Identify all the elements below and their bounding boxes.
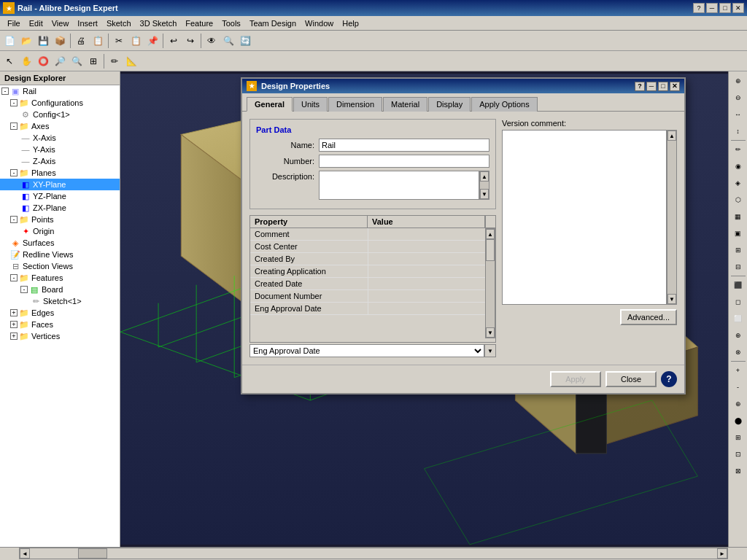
- menu-item-3d-sketch[interactable]: 3D Sketch: [136, 18, 182, 29]
- extrude-btn[interactable]: 📐: [123, 53, 139, 69]
- dialog-maximize-btn[interactable]: □: [658, 82, 668, 91]
- table-row[interactable]: Document Number: [250, 290, 485, 303]
- rt-btn-7[interactable]: ◈: [730, 175, 746, 191]
- rt-btn-18[interactable]: +: [730, 362, 746, 378]
- rt-btn-19[interactable]: -: [730, 379, 746, 395]
- rt-btn-16[interactable]: ⊕: [730, 327, 746, 343]
- tree-item-section[interactable]: ⊟ Section Views: [0, 260, 120, 272]
- rt-btn-17[interactable]: ⊗: [730, 344, 746, 360]
- copy-btn[interactable]: 📋: [128, 33, 144, 49]
- zoom-in-btn[interactable]: 🔎: [52, 53, 68, 69]
- table-row[interactable]: Eng Approval Date: [250, 303, 485, 315]
- help-button[interactable]: ?: [661, 371, 677, 387]
- toggle-faces[interactable]: +: [10, 321, 18, 328]
- tab-apply-options[interactable]: Apply Options: [471, 97, 537, 112]
- number-input[interactable]: [319, 155, 489, 168]
- tab-dimension[interactable]: Dimension: [328, 97, 382, 112]
- minimize-btn[interactable]: ─: [706, 3, 718, 13]
- tree-item-yzplane[interactable]: ◧ YZ-Plane: [0, 190, 120, 202]
- toggle-features[interactable]: -: [10, 274, 18, 281]
- advanced-button[interactable]: Advanced...: [620, 309, 677, 325]
- toggle-edges[interactable]: +: [10, 309, 18, 316]
- scroll-down-btn[interactable]: ▼: [480, 189, 489, 199]
- rt-btn-24[interactable]: ⊠: [730, 463, 746, 479]
- scroll-right-btn[interactable]: ►: [717, 548, 727, 559]
- tree-item-vertices[interactable]: + 📁 Vertices: [0, 330, 120, 342]
- apply-button[interactable]: Apply: [550, 371, 601, 387]
- open-btn[interactable]: 📂: [18, 33, 34, 49]
- tree-item-faces[interactable]: + 📁 Faces: [0, 319, 120, 330]
- toggle-axes[interactable]: -: [10, 122, 18, 130]
- print-btn[interactable]: 🖨: [73, 33, 89, 49]
- tree-item-origin[interactable]: ✦ Origin: [0, 225, 120, 237]
- tree-item-xaxis[interactable]: — X-Axis: [0, 132, 120, 144]
- table-row[interactable]: Creating Application: [250, 265, 485, 278]
- tree-item-sketch1[interactable]: ✏ Sketch<1>: [0, 295, 120, 307]
- dialog-close-btn[interactable]: ✕: [670, 82, 680, 91]
- rt-btn-11[interactable]: ⊞: [730, 242, 746, 258]
- rt-btn-6[interactable]: ◉: [730, 158, 746, 174]
- menu-item-window[interactable]: Window: [301, 18, 338, 29]
- menu-item-team-design[interactable]: Team Design: [245, 18, 301, 29]
- rt-btn-23[interactable]: ⊡: [730, 446, 746, 462]
- menu-item-view[interactable]: View: [47, 18, 74, 29]
- version-scrollbar[interactable]: ▲ ▼: [667, 130, 677, 305]
- save-all-btn[interactable]: 📦: [52, 33, 68, 49]
- menu-item-feature[interactable]: Feature: [181, 18, 217, 29]
- fit-btn[interactable]: ⊞: [85, 53, 101, 69]
- view-btn[interactable]: 👁: [204, 33, 220, 49]
- toggle-board[interactable]: -: [20, 286, 28, 293]
- paste-btn[interactable]: 📌: [144, 33, 160, 49]
- rt-btn-3[interactable]: ↔: [730, 106, 746, 122]
- scroll-left-btn[interactable]: ◄: [20, 548, 30, 559]
- rt-btn-2[interactable]: ⊖: [730, 90, 746, 106]
- rt-btn-4[interactable]: ↕: [730, 123, 746, 139]
- design-properties-dialog[interactable]: ★ Design Properties ? ─ □ ✕ General Unit…: [241, 77, 686, 394]
- menu-item-tools[interactable]: Tools: [217, 18, 245, 29]
- tab-general[interactable]: General: [247, 97, 293, 112]
- tree-item-planes[interactable]: - 📁 Planes: [0, 167, 120, 179]
- pan-btn[interactable]: ✋: [18, 53, 34, 69]
- menu-item-insert[interactable]: Insert: [73, 18, 102, 29]
- tab-material[interactable]: Material: [383, 97, 427, 112]
- scroll-thumb-h[interactable]: [78, 548, 107, 559]
- dialog-minimize-btn[interactable]: ─: [646, 82, 657, 91]
- rt-btn-15[interactable]: ⬜: [730, 311, 746, 327]
- zoom-btn[interactable]: 🔍: [220, 33, 236, 49]
- version-scroll-up[interactable]: ▲: [667, 131, 676, 141]
- tree-item-surfaces[interactable]: ◈ Surfaces: [0, 237, 120, 249]
- table-row[interactable]: Comment: [250, 228, 485, 241]
- cut-btn[interactable]: ✂: [111, 33, 127, 49]
- zoom-out-btn[interactable]: 🔍: [69, 53, 85, 69]
- maximize-btn[interactable]: □: [719, 3, 731, 13]
- pdf-btn[interactable]: 📋: [90, 33, 106, 49]
- select-btn[interactable]: ↖: [1, 53, 18, 69]
- tree-item-configurations[interactable]: - 📁 Configurations: [0, 97, 120, 109]
- tree-item-yaxis[interactable]: — Y-Axis: [0, 144, 120, 155]
- rt-btn-21[interactable]: ⬤: [730, 413, 746, 429]
- rt-btn-12[interactable]: ⊟: [730, 259, 746, 275]
- new-btn[interactable]: 📄: [1, 33, 18, 49]
- tree-item-rail[interactable]: - ▣ Rail: [0, 85, 120, 97]
- close-btn[interactable]: ✕: [732, 3, 744, 13]
- menu-item-sketch[interactable]: Sketch: [102, 18, 136, 29]
- dropdown-btn[interactable]: ▼: [484, 344, 496, 357]
- scroll-up-btn[interactable]: ▲: [480, 171, 489, 182]
- tree-item-config1[interactable]: ⚙ Config<1>: [0, 109, 120, 120]
- tree-item-redline[interactable]: 📝 Redline Views: [0, 249, 120, 260]
- help-btn[interactable]: ?: [693, 3, 705, 13]
- save-btn[interactable]: 💾: [35, 33, 51, 49]
- redo-btn[interactable]: ↪: [182, 33, 198, 49]
- rotate-btn[interactable]: 🔄: [237, 33, 253, 49]
- tree-item-zxplane[interactable]: ◧ ZX-Plane: [0, 202, 120, 214]
- rt-btn-22[interactable]: ⊞: [730, 429, 746, 446]
- rt-btn-8[interactable]: ⬡: [730, 192, 746, 208]
- menu-item-file[interactable]: File: [3, 18, 25, 29]
- horizontal-scrollbar[interactable]: ◄ ►: [19, 548, 728, 559]
- table-row[interactable]: Cost Center: [250, 241, 485, 253]
- tree-item-zaxis[interactable]: — Z-Axis: [0, 155, 120, 167]
- property-dropdown[interactable]: Eng Approval Date: [249, 344, 484, 357]
- tree-item-points[interactable]: - 📁 Points: [0, 214, 120, 225]
- table-scroll-up[interactable]: ▲: [486, 229, 495, 239]
- description-scrollbar[interactable]: ▲ ▼: [479, 171, 489, 200]
